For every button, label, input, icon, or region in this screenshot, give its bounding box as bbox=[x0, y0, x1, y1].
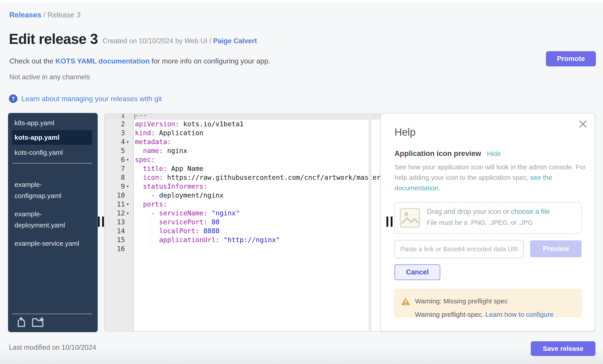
new-file-icon[interactable] bbox=[17, 317, 27, 328]
section-title: Application icon preview bbox=[394, 149, 481, 157]
fold-arrow-icon[interactable]: ▾ bbox=[127, 209, 129, 218]
gutter-line[interactable]: 10 bbox=[105, 191, 134, 200]
gutter-line[interactable]: 12▾ bbox=[105, 209, 134, 218]
code-line[interactable]: icon: https://raw.githubusercontent.com/… bbox=[135, 173, 385, 182]
git-help-row: ? Learn about managing your releases wit… bbox=[9, 94, 162, 103]
file-sidebar: k8s-app.yamlkots-app.yamlkots-config.yam… bbox=[8, 113, 98, 332]
icon-dropzone[interactable]: Drag and drop your icon or choose a file… bbox=[394, 202, 582, 234]
code-line[interactable] bbox=[135, 244, 385, 253]
preview-button[interactable]: Preview bbox=[530, 240, 582, 257]
promote-button[interactable]: Promote bbox=[546, 51, 596, 66]
gutter-line[interactable]: 7 bbox=[105, 164, 134, 173]
icon-url-input[interactable] bbox=[394, 240, 524, 258]
image-placeholder-icon bbox=[400, 208, 420, 229]
gutter-rows: 1234▾56▾789▾1011▾12▾13141516 bbox=[105, 113, 134, 253]
gutter-line[interactable]: 11▾ bbox=[105, 200, 134, 209]
gutter-line[interactable]: 9▾ bbox=[105, 182, 134, 191]
indent-guide bbox=[150, 219, 151, 245]
fold-arrow-icon[interactable]: ▾ bbox=[127, 155, 129, 164]
code-line[interactable]: --- bbox=[135, 113, 385, 120]
code-line[interactable]: title: App Name bbox=[135, 164, 385, 173]
code-line[interactable]: - deployment/nginx bbox=[135, 191, 385, 200]
code-rows: ---apiVersion: kots.io/v1beta1kind: Appl… bbox=[135, 113, 385, 253]
code-line[interactable]: metadata: bbox=[135, 137, 385, 146]
help-description: See how your application icon will look … bbox=[394, 162, 586, 193]
icon-preview-section-header: Application icon previewHide bbox=[394, 149, 501, 158]
help-title: Help bbox=[394, 126, 416, 138]
editor-scrollbar[interactable] bbox=[368, 114, 371, 331]
sidebar-divider bbox=[12, 163, 92, 164]
sidebar-item-example-deployment-yaml[interactable]: example- deployment.yaml bbox=[8, 209, 98, 231]
warning-triangle-icon bbox=[401, 297, 410, 307]
help-panel: Help Application icon previewHide See ho… bbox=[380, 113, 595, 331]
breadcrumb: Releases / Release 3 bbox=[9, 11, 81, 19]
fold-arrow-icon[interactable]: ▾ bbox=[127, 137, 129, 146]
cancel-button[interactable]: Cancel bbox=[394, 265, 440, 280]
gutter-line[interactable]: 2 bbox=[105, 120, 134, 129]
code-line[interactable]: - serviceName: "nginx" bbox=[135, 209, 385, 218]
last-modified-text: Last modified on 10/10/2024 bbox=[9, 343, 96, 352]
breadcrumb-releases-link[interactable]: Releases bbox=[9, 11, 41, 19]
warning-line1: Warning: Missing preflight spec bbox=[415, 298, 508, 305]
fold-arrow-icon[interactable]: ▾ bbox=[127, 200, 129, 209]
gutter-line[interactable]: 6▾ bbox=[105, 155, 134, 164]
doc-hint-suffix: for more info on configuring your app. bbox=[150, 57, 270, 65]
learn-configure-link[interactable]: Learn how to configure bbox=[486, 311, 554, 318]
code-line[interactable]: statusInformers: bbox=[135, 182, 385, 191]
file-list: k8s-app.yamlkots-app.yamlkots-config.yam… bbox=[8, 117, 98, 249]
kots-yaml-doc-link[interactable]: KOTS YAML documentation bbox=[55, 57, 150, 65]
sidebar-item-kots-config-yaml[interactable]: kots-config.yaml bbox=[8, 147, 98, 158]
code-line[interactable]: name: nginx bbox=[135, 146, 385, 155]
page-title: Edit release 3 bbox=[9, 31, 98, 47]
sidebar-item-kots-app-yaml[interactable]: kots-app.yaml bbox=[12, 130, 92, 145]
created-author-link[interactable]: Paige Calvert bbox=[213, 37, 257, 45]
release-editor-page: Releases / Release 3 Edit release 3 Crea… bbox=[0, 0, 603, 364]
gutter-line[interactable]: 3 bbox=[105, 129, 134, 137]
new-folder-icon[interactable] bbox=[32, 317, 45, 328]
gutter-line[interactable]: 5 bbox=[105, 146, 134, 155]
created-text: Created on 10/10/2024 by Web UI / bbox=[103, 37, 213, 45]
preflight-warning: Warning: Missing preflight spec Warning … bbox=[394, 289, 582, 317]
code-line[interactable]: ports: bbox=[135, 200, 385, 209]
gutter-line[interactable]: 8 bbox=[105, 173, 134, 182]
dropzone-line1: Drag and drop your icon or choose a file bbox=[427, 208, 550, 216]
gutter-line[interactable]: 14 bbox=[105, 227, 134, 235]
close-icon[interactable] bbox=[579, 120, 587, 128]
save-release-button[interactable]: Save release bbox=[531, 341, 595, 356]
hide-link[interactable]: Hide bbox=[487, 150, 501, 157]
gutter-line[interactable]: 4▾ bbox=[105, 137, 134, 146]
help-panel-resize-handle[interactable] bbox=[386, 217, 393, 227]
channel-status: Not active in any channels bbox=[9, 73, 90, 81]
breadcrumb-separator: / bbox=[41, 11, 47, 19]
code-line[interactable]: spec: bbox=[135, 155, 385, 164]
choose-file-link[interactable]: choose a file bbox=[511, 208, 550, 215]
gutter-line[interactable]: 1 bbox=[105, 113, 134, 120]
sidebar-item-example-service-yaml[interactable]: example-service.yaml bbox=[8, 238, 98, 249]
code-line[interactable]: localPort: 8888 bbox=[135, 227, 385, 235]
sidebar-resize-handle[interactable] bbox=[98, 217, 104, 227]
gutter-line[interactable]: 15 bbox=[105, 235, 134, 244]
doc-hint-prefix: Check out the bbox=[9, 57, 55, 65]
code-line[interactable]: applicationUrl: "http://nginx" bbox=[135, 235, 385, 244]
help-description-text: See how your application icon will look … bbox=[394, 163, 586, 181]
gutter-line[interactable]: 16 bbox=[105, 244, 134, 253]
code-line[interactable]: kind: Application bbox=[135, 129, 385, 137]
sidebar-footer-divider bbox=[12, 314, 92, 314]
code-line[interactable]: apiVersion: kots.io/v1beta1 bbox=[135, 120, 385, 129]
created-line: Created on 10/10/2024 by Web UI / Paige … bbox=[103, 37, 257, 45]
git-releases-link[interactable]: Learn about managing your releases with … bbox=[21, 95, 162, 103]
doc-hint-line: Check out the KOTS YAML documentation fo… bbox=[9, 57, 270, 65]
warning-line2: Warning preflight-spec. Learn how to con… bbox=[415, 311, 554, 318]
sidebar-footer-icons bbox=[17, 317, 45, 328]
breadcrumb-current: Release 3 bbox=[47, 11, 81, 19]
gutter-line[interactable]: 13 bbox=[105, 218, 134, 227]
fold-arrow-icon[interactable]: ▾ bbox=[127, 182, 129, 191]
code-line[interactable]: servicePort: 80 bbox=[135, 218, 385, 227]
sidebar-item-example-configmap-yaml[interactable]: example- configmap.yaml bbox=[8, 179, 98, 201]
text-caret bbox=[134, 114, 135, 119]
dropzone-line2: File must be a .PNG, .JPEG, or .JPG bbox=[427, 219, 533, 226]
question-mark-icon: ? bbox=[9, 94, 17, 103]
sidebar-item-k8s-app-yaml[interactable]: k8s-app.yaml bbox=[8, 117, 98, 129]
